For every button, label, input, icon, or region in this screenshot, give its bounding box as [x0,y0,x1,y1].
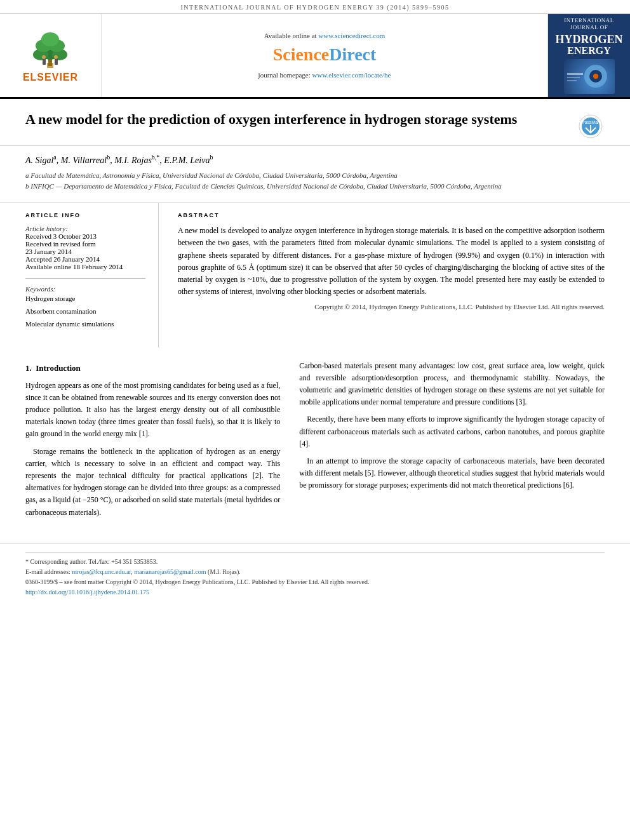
article-title: A new model for the prediction of oxygen… [25,110,517,129]
sciencedirect-logo: ScienceDirect [273,44,377,65]
journal-top-bar: International Journal of Hydrogen Energy… [0,0,630,14]
doi-line: http://dx.doi.org/10.1016/j.ijhydene.201… [25,587,605,597]
svg-rect-16 [567,77,580,78]
affiliation-b: b INFIQC — Departamento de Matemática y … [25,181,605,192]
available-online-text: Available online at www.sciencedirect.co… [264,32,385,39]
author-rojas: M.I. Rojas [114,155,152,164]
keyword-3: Molecular dynamic simulations [25,318,145,331]
article-title-section: A new model for the prediction of oxygen… [0,99,630,146]
svg-rect-15 [567,73,583,75]
journal-homepage: journal homepage: www.elsevier.com/locat… [258,71,391,79]
affiliation-a: a Facultad de Matemática, Astronomía y F… [25,170,605,181]
svg-rect-17 [567,80,577,81]
received-date-1: Received 3 October 2013 [25,232,145,240]
introduction-column: 1. Introduction Hydrogen appears as one … [25,360,280,524]
author-sigal: A. Sigal [25,155,53,164]
revised-date: 23 January 2014 [25,248,145,255]
abstract-column: Abstract A new model is developed to ana… [178,203,605,347]
journal-cover: International Journal of HYDROGEN ENERGY [551,17,627,94]
main-content: 1. Introduction Hydrogen appears as one … [0,347,630,537]
right-para-3: In an attempt to improve the storage cap… [299,455,605,492]
authors-section: A. Sigala, M. Villarrealb, M.I. Rojasb,*… [0,146,630,198]
intro-para-2: Storage remains the bottleneck in the ap… [25,446,280,519]
email-link-2[interactable]: marianarojas65@gmail.com [134,568,206,575]
cover-title-line2: HYDROGEN [555,34,622,45]
intro-para-1: Hydrogen appears as one of the most prom… [25,380,280,441]
cover-title-line3: ENERGY [567,45,610,57]
svg-rect-8 [43,58,46,65]
svg-point-7 [41,32,59,46]
author-leiva: E.P.M. Leiva [164,155,210,164]
svg-text:CrossMark: CrossMark [580,120,601,124]
keyword-2: Absorbent contamination [25,305,145,318]
keywords-label: Keywords: [25,285,145,293]
article-info-column: Article Info Article history: Received 3… [25,203,159,347]
sciencedirect-url[interactable]: www.sciencedirect.com [318,32,385,39]
keyword-1: Hydrogen storage [25,293,145,305]
email-link-1[interactable]: mrojas@fcq.unc.edu.ar [72,568,131,575]
authors-line: A. Sigala, M. Villarrealb, M.I. Rojasb,*… [25,154,605,166]
abstract-text: A new model is developed to analyze oxyg… [178,225,605,298]
copyright-text: Copyright © 2014, Hydrogen Energy Public… [178,303,605,310]
doi-link[interactable]: http://dx.doi.org/10.1016/j.ijhydene.201… [25,589,149,596]
right-para-2: Recently, there have been many efforts t… [299,413,605,450]
affil-marker-a1: a [53,154,56,161]
introduction-body: Hydrogen appears as one of the most prom… [25,380,280,519]
email-note: E-mail addresses: mrojas@fcq.unc.edu.ar,… [25,567,605,577]
journal-cover-area: International Journal of HYDROGEN ENERGY [547,14,630,97]
journal-homepage-link[interactable]: www.elsevier.com/locate/he [312,71,391,79]
elsevier-logo: ELSEVIER [23,28,78,83]
right-content-column: Carbon-based materials present many adva… [299,360,605,524]
received-revised-label: Received in revised form [25,240,145,248]
right-body-text: Carbon-based materials present many adva… [299,360,605,492]
sd-direct: Direct [329,44,376,64]
svg-rect-10 [55,58,58,65]
footer: * Corresponding author. Tel./fax: +54 35… [0,543,630,603]
history-label: Article history: [25,225,145,232]
info-divider [25,278,145,279]
affiliations: a Facultad de Matemática, Astronomía y F… [25,170,605,191]
cover-image [564,59,615,94]
elsevier-logo-area: ELSEVIER [0,14,102,97]
header-center: Available online at www.sciencedirect.co… [102,14,547,97]
abstract-heading: Abstract [178,212,605,218]
svg-point-11 [54,55,58,59]
elsevier-wordmark: ELSEVIER [23,72,78,83]
affil-marker-b2: b,* [152,154,160,161]
header-area: ELSEVIER Available online at www.science… [0,14,630,99]
elsevier-tree-icon [25,28,76,69]
sd-science: Science [273,44,330,64]
introduction-title: 1. Introduction [25,363,280,373]
article-info-heading: Article Info [25,212,145,218]
affil-marker-b3: b [210,154,213,161]
article-info-abstract-section: Article Info Article history: Received 3… [0,203,630,347]
crossmark-badge[interactable]: CrossMark [576,114,605,139]
footer-divider [25,552,605,553]
affil-marker-b1: b [107,154,110,161]
crossmark-icon: CrossMark [578,114,603,139]
svg-point-14 [593,74,598,79]
issn-line: 0360-3199/$ – see front matter Copyright… [25,577,605,587]
corresponding-author-note: * Corresponding author. Tel./fax: +54 35… [25,557,605,567]
keywords-group: Keywords: Hydrogen storage Absorbent con… [25,285,145,330]
right-para-1: Carbon-based materials present many adva… [299,360,605,409]
available-online-date: Available online 18 February 2014 [25,263,145,270]
author-villarreal: M. Villarreal [61,155,107,164]
svg-point-9 [42,55,46,59]
accepted-date: Accepted 26 January 2014 [25,255,145,263]
cover-graphic-icon [567,60,612,92]
keywords-list: Hydrogen storage Absorbent contamination… [25,293,145,330]
article-history-group: Article history: Received 3 October 2013… [25,225,145,270]
cover-title-line1: International Journal of [551,17,627,31]
